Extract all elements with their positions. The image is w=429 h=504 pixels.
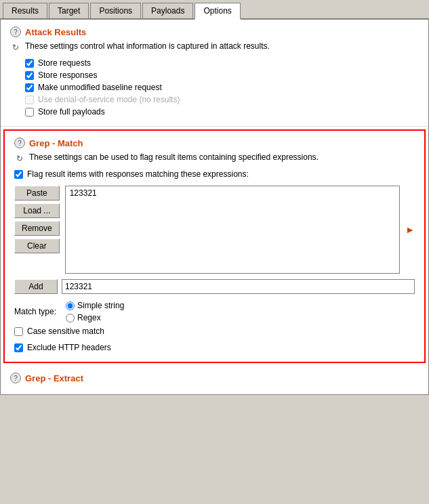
attack-results-description: These settings control what information … bbox=[25, 41, 270, 51]
match-type-label: Match type: bbox=[14, 307, 62, 316]
simple-string-label: Simple string bbox=[77, 301, 124, 310]
add-input[interactable] bbox=[62, 279, 415, 294]
grep-extract-title: Grep - Extract bbox=[25, 373, 83, 383]
grep-controls: Paste Load ... Remove Clear 123321 ► bbox=[14, 186, 415, 274]
tab-target[interactable]: Target bbox=[49, 3, 89, 18]
grep-extract-section: ? Grep - Extract bbox=[1, 366, 428, 394]
add-row: Add bbox=[14, 279, 415, 294]
case-sensitive-checkbox[interactable] bbox=[14, 327, 23, 336]
dos-mode-label: Use denial-of-service mode (no results) bbox=[38, 95, 180, 104]
tab-bar: Results Target Positions Payloads Option… bbox=[0, 0, 429, 20]
baseline-request-checkbox[interactable] bbox=[25, 83, 34, 92]
orange-arrow-icon: ► bbox=[405, 224, 415, 235]
grep-match-help-icon[interactable]: ? bbox=[14, 138, 25, 148]
grep-extract-help-icon[interactable]: ? bbox=[10, 373, 21, 383]
grep-match-body: Flag result items with responses matchin… bbox=[14, 169, 415, 355]
checkbox-dos-mode: Use denial-of-service mode (no results) bbox=[10, 95, 419, 104]
grep-match-desc: ↻ These settings can be used to flag res… bbox=[14, 152, 415, 164]
load-button[interactable]: Load ... bbox=[14, 203, 60, 218]
store-responses-label: Store responses bbox=[38, 70, 97, 80]
regex-radio[interactable] bbox=[66, 314, 75, 322]
store-requests-checkbox[interactable] bbox=[25, 59, 34, 68]
clear-button[interactable]: Clear bbox=[14, 238, 60, 253]
add-button[interactable]: Add bbox=[14, 279, 58, 294]
case-sensitive-row: Case sensitive match bbox=[14, 327, 415, 336]
match-type-options: Simple string Regex bbox=[66, 301, 124, 322]
regex-label: Regex bbox=[77, 313, 101, 322]
checkbox-full-payloads: Store full payloads bbox=[10, 107, 419, 117]
tab-positions[interactable]: Positions bbox=[90, 3, 141, 18]
checkbox-store-responses: Store responses bbox=[10, 70, 419, 80]
grep-extract-header: ? Grep - Extract bbox=[10, 373, 419, 383]
checkbox-baseline-request: Make unmodified baseline request bbox=[10, 83, 419, 92]
exclude-http-row: Exclude HTTP headers bbox=[14, 343, 415, 352]
flag-checkbox-row: Flag result items with responses matchin… bbox=[14, 169, 415, 179]
grep-match-header: ? Grep - Match bbox=[14, 138, 415, 148]
flag-result-items-checkbox[interactable] bbox=[14, 170, 23, 179]
simple-string-radio[interactable] bbox=[66, 301, 75, 310]
grep-button-column: Paste Load ... Remove Clear bbox=[14, 186, 60, 253]
grep-match-section: ? Grep - Match ↻ These settings can be u… bbox=[3, 129, 426, 363]
attack-results-section: ? Attack Results ↻ These settings contro… bbox=[1, 20, 428, 127]
full-payloads-checkbox[interactable] bbox=[25, 108, 34, 117]
attack-results-desc: ↻ These settings control what informatio… bbox=[10, 41, 419, 53]
match-type-row: Match type: Simple string Regex bbox=[14, 301, 415, 322]
tab-payloads[interactable]: Payloads bbox=[142, 3, 193, 18]
grep-match-refresh-icon: ↻ bbox=[14, 153, 25, 164]
attack-results-title: Attack Results bbox=[25, 27, 86, 37]
baseline-request-label: Make unmodified baseline request bbox=[38, 83, 162, 92]
checkbox-store-requests: Store requests bbox=[10, 58, 419, 68]
store-responses-checkbox[interactable] bbox=[25, 71, 34, 80]
exclude-http-label: Exclude HTTP headers bbox=[27, 343, 111, 352]
main-content: ? Attack Results ↻ These settings contro… bbox=[0, 20, 429, 395]
attack-results-header: ? Attack Results bbox=[10, 26, 419, 37]
dos-mode-checkbox[interactable] bbox=[25, 96, 34, 104]
list-item: 123321 bbox=[68, 188, 396, 198]
full-payloads-label: Store full payloads bbox=[38, 107, 105, 117]
tab-options[interactable]: Options bbox=[195, 3, 240, 20]
case-sensitive-label: Case sensitive match bbox=[27, 327, 104, 336]
store-requests-label: Store requests bbox=[38, 58, 91, 68]
grep-match-title: Grep - Match bbox=[29, 138, 83, 148]
refresh-icon: ↻ bbox=[10, 42, 21, 53]
grep-match-list[interactable]: 123321 bbox=[65, 186, 400, 274]
grep-match-description: These settings can be used to flag resul… bbox=[29, 152, 319, 162]
tab-results[interactable]: Results bbox=[3, 3, 47, 18]
regex-row: Regex bbox=[66, 313, 124, 322]
remove-button[interactable]: Remove bbox=[14, 221, 60, 236]
paste-button[interactable]: Paste bbox=[14, 186, 60, 201]
attack-results-help-icon[interactable]: ? bbox=[10, 26, 21, 37]
flag-result-items-label: Flag result items with responses matchin… bbox=[27, 169, 249, 179]
simple-string-row: Simple string bbox=[66, 301, 124, 310]
exclude-http-checkbox[interactable] bbox=[14, 343, 23, 352]
